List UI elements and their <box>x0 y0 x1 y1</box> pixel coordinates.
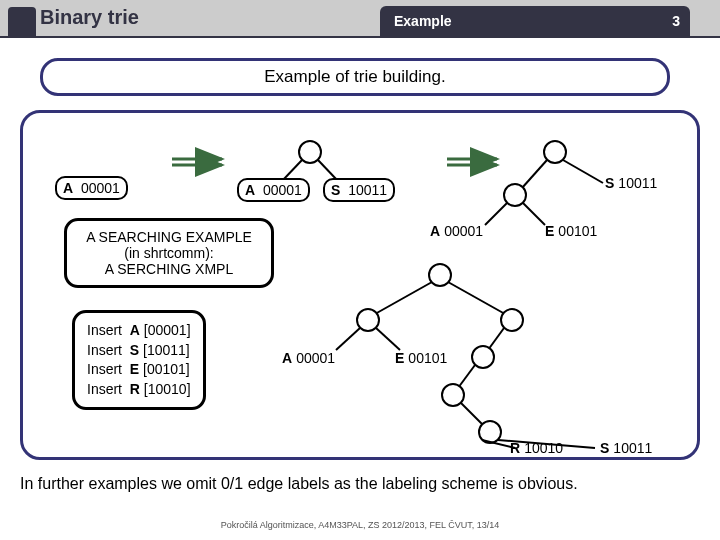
header-tab: Example 3 <box>380 6 690 36</box>
node-a-step2: A 00001 <box>237 178 310 202</box>
insert-row-2: Insert E [00101] <box>87 360 191 380</box>
example-phrase-box: A SEARCHING EXAMPLE (in shrtcomm): A SER… <box>64 218 274 288</box>
phrase-line2: (in shrtcomm): <box>81 245 257 261</box>
node-a-step4: A00001 <box>282 350 335 366</box>
footer-note: In further examples we omit 0/1 edge lab… <box>20 475 700 493</box>
insert-operations-box: Insert A [00001] Insert S [10011] Insert… <box>72 310 206 410</box>
insert-row-3: Insert R [10010] <box>87 380 191 400</box>
tab-label: Example <box>394 13 452 29</box>
header-accent-block <box>8 7 36 37</box>
section-heading: Example of trie building. <box>40 58 670 96</box>
node-e-step4: E00101 <box>395 350 447 366</box>
node-s-step2: S 10011 <box>323 178 395 202</box>
node-s-step4: S10011 <box>600 440 652 456</box>
node-s-step3-right: S10011 <box>605 175 657 191</box>
node-r-step4: R10010 <box>510 440 563 456</box>
phrase-line1: A SEARCHING EXAMPLE <box>81 229 257 245</box>
header: Binary trie Example 3 <box>0 0 720 38</box>
node-e-step3: E00101 <box>545 223 597 239</box>
insert-row-1: Insert S [10011] <box>87 341 191 361</box>
insert-row-0: Insert A [00001] <box>87 321 191 341</box>
node-a-step1: A 00001 <box>55 176 128 200</box>
footer-meta: Pokročilá Algoritmizace, A4M33PAL, ZS 20… <box>0 520 720 530</box>
node-a-step3: A00001 <box>430 223 483 239</box>
page-number: 3 <box>672 13 680 29</box>
phrase-line3: A SERCHING XMPL <box>81 261 257 277</box>
section-heading-text: Example of trie building. <box>264 67 445 87</box>
page-title: Binary trie <box>40 6 139 29</box>
